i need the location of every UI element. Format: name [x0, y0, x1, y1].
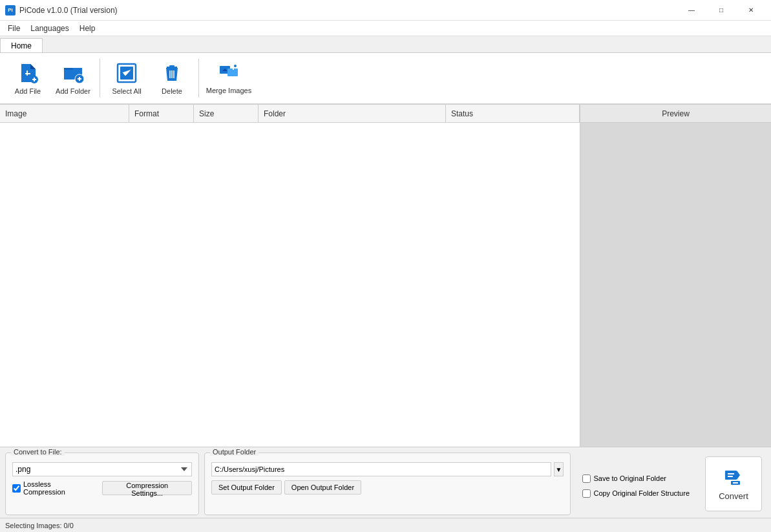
menu-help[interactable]: Help	[74, 21, 101, 36]
convert-button[interactable]: Convert	[705, 456, 762, 511]
select-all-label: Select All	[112, 87, 141, 95]
open-output-folder-button[interactable]: Open Output Folder	[284, 480, 361, 495]
svg-rect-12	[725, 471, 737, 480]
delete-label: Delete	[162, 87, 182, 95]
folder-path-input[interactable]	[211, 462, 551, 476]
tab-bar: Home	[0, 36, 771, 53]
preview-header: Preview	[580, 105, 771, 123]
delete-button[interactable]: Delete	[149, 56, 195, 100]
app-title: PiCode v1.0.0 (Trial version)	[19, 6, 677, 15]
add-folder-label: Add Folder	[56, 87, 90, 95]
select-all-button[interactable]: Select All	[104, 56, 149, 100]
toolbar: Add File Add Folder Select All De	[0, 53, 771, 105]
close-button[interactable]: ✕	[736, 0, 766, 21]
save-original-row: Save to Original Folder	[582, 474, 690, 483]
file-list-body	[0, 123, 580, 447]
copy-structure-checkbox[interactable]	[582, 489, 591, 498]
copy-structure-row: Copy Original Folder Structure	[582, 489, 690, 498]
bottom-bar: Convert to File: .png .jpg .bmp .gif .ti…	[0, 447, 771, 518]
convert-file-section: Convert to File: .png .jpg .bmp .gif .ti…	[5, 452, 199, 515]
maximize-button[interactable]: □	[706, 0, 736, 21]
merge-images-icon	[217, 61, 240, 84]
window-controls: ― □ ✕	[677, 0, 766, 21]
copy-structure-label: Copy Original Folder Structure	[593, 489, 690, 497]
select-all-icon	[115, 61, 138, 85]
toolbar-separator-1	[100, 59, 100, 98]
add-file-icon	[16, 61, 39, 85]
format-select[interactable]: .png .jpg .bmp .gif .tiff .webp	[12, 462, 192, 476]
table-header: Image Format Size Folder Status	[0, 105, 580, 123]
menu-languages[interactable]: Languages	[25, 21, 74, 36]
save-original-checkbox[interactable]	[582, 474, 591, 483]
preview-label: Preview	[662, 109, 690, 118]
title-bar: Pi PiCode v1.0.0 (Trial version) ― □ ✕	[0, 0, 771, 21]
options-section: Save to Original Folder Copy Original Fo…	[576, 452, 696, 515]
lossless-checkbox[interactable]	[12, 484, 21, 493]
set-output-folder-button[interactable]: Set Output Folder	[211, 480, 282, 495]
col-header-size: Size	[194, 105, 259, 122]
save-original-label: Save to Original Folder	[593, 474, 666, 482]
merge-images-button[interactable]: Merge Images	[203, 56, 255, 100]
status-text: Selecting Images: 0/0	[5, 522, 74, 529]
preview-body	[580, 123, 771, 447]
minimize-button[interactable]: ―	[677, 0, 706, 21]
delete-icon	[160, 61, 184, 85]
preview-area: Preview	[580, 105, 771, 447]
folder-dropdown-btn[interactable]: ▼	[554, 462, 564, 476]
bottom-controls: Convert to File: .png .jpg .bmp .gif .ti…	[0, 447, 771, 520]
menu-bar: File Languages Help	[0, 21, 771, 36]
output-folder-label: Output Folder	[210, 448, 259, 456]
add-folder-button[interactable]: Add Folder	[50, 56, 96, 100]
col-header-folder: Folder	[259, 105, 446, 122]
add-file-button[interactable]: Add File	[5, 56, 50, 100]
status-bar: Selecting Images: 0/0	[0, 518, 771, 532]
compression-settings-button[interactable]: Compression Settings...	[102, 481, 192, 495]
convert-btn-area: Convert	[701, 452, 766, 515]
col-header-image: Image	[0, 105, 129, 122]
add-file-label: Add File	[15, 87, 41, 95]
col-header-format: Format	[129, 105, 194, 122]
svg-rect-5	[169, 65, 174, 67]
file-list-area: Image Format Size Folder Status	[0, 105, 580, 447]
svg-rect-4	[167, 67, 177, 68]
menu-file[interactable]: File	[3, 21, 25, 36]
lossless-row: Lossless Compression Compression Setting…	[12, 480, 192, 496]
folder-btn-row: Set Output Folder Open Output Folder	[211, 480, 564, 495]
app-icon: Pi	[5, 5, 16, 16]
main-area: Image Format Size Folder Status Preview	[0, 105, 771, 447]
convert-file-label: Convert to File:	[11, 448, 65, 456]
folder-path-row: ▼	[211, 462, 564, 476]
toolbar-separator-2	[198, 59, 199, 98]
add-folder-icon	[61, 61, 85, 85]
output-folder-section: Output Folder ▼ Set Output Folder Open O…	[204, 452, 571, 515]
svg-marker-13	[737, 471, 740, 480]
lossless-label: Lossless Compression	[23, 480, 94, 496]
svg-point-11	[234, 65, 237, 67]
col-header-status: Status	[446, 105, 580, 122]
merge-images-label: Merge Images	[206, 87, 251, 95]
tab-home[interactable]: Home	[0, 38, 43, 52]
convert-icon	[723, 467, 744, 487]
convert-label: Convert	[719, 491, 748, 501]
